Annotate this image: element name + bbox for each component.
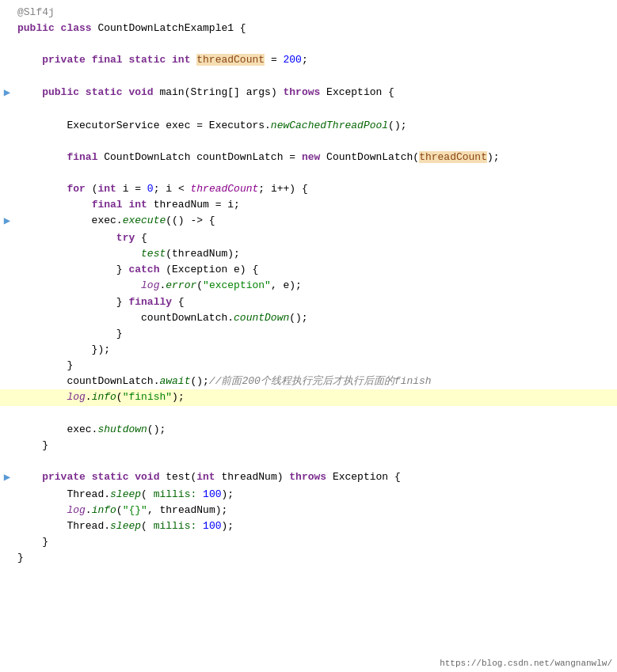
- line-test-decl: ▶ private static void test(int threadNum…: [0, 469, 617, 487]
- gutter-30: ▶: [0, 469, 14, 487]
- code-20: countDownLatch.countDown();: [14, 310, 617, 326]
- code-24: countDownLatch.await();//前面200个线程执行完后才执行…: [14, 374, 617, 389]
- line-lambda-close: });: [0, 342, 617, 358]
- line-try: try {: [0, 230, 617, 246]
- line-class-decl: public class CountDownLatchExample1 {: [0, 21, 617, 36]
- line-thread-sleep1: Thread.sleep( millis: 100);: [0, 487, 617, 503]
- line-test-close: }: [0, 534, 617, 550]
- line-class-close: }: [0, 550, 617, 566]
- code-b5: [14, 165, 617, 181]
- line-exec-execute: ▶ exec.execute(() -> {: [0, 213, 617, 230]
- line-countdown: countDownLatch.countDown();: [0, 310, 617, 326]
- line-blank-6: [0, 406, 617, 422]
- code-30: private static void test(int threadNum) …: [14, 469, 617, 485]
- code-18: log.error("exception", e);: [14, 278, 617, 294]
- line-blank-1: [0, 36, 617, 52]
- code-22: });: [14, 342, 617, 358]
- line-blank-4: [0, 134, 617, 150]
- line-final-int: final int threadNum = i;: [0, 197, 617, 213]
- line-finally: } finally {: [0, 294, 617, 310]
- line-blank-2: [0, 69, 617, 85]
- gutter-6: ▶: [0, 85, 14, 102]
- code-21: }: [14, 326, 617, 342]
- code-28: }: [14, 438, 617, 454]
- code-8: ExecutorService exec = Executors.newCach…: [14, 118, 617, 134]
- code-6: public static void main(String[] args) t…: [14, 85, 617, 101]
- line-main-decl: ▶ public static void main(String[] args)…: [0, 85, 617, 102]
- code-b1: [14, 36, 617, 52]
- line-blank-5: [0, 165, 617, 181]
- code-35: }: [14, 550, 617, 566]
- code-23: }: [14, 358, 617, 374]
- code-31: Thread.sleep( millis: 100);: [14, 487, 617, 503]
- code-33: Thread.sleep( millis: 100);: [14, 518, 617, 534]
- code-13: final int threadNum = i;: [14, 197, 617, 213]
- line-catch: } catch (Exception e) {: [0, 262, 617, 278]
- line-main-close: }: [0, 438, 617, 454]
- code-17: } catch (Exception e) {: [14, 262, 617, 278]
- gutter-14: ▶: [0, 213, 14, 230]
- code-b2: [14, 69, 617, 85]
- code-1: @Slf4j: [14, 5, 617, 21]
- line-exec-decl: ExecutorService exec = Executors.newCach…: [0, 118, 617, 134]
- code-4: private final static int threadCount = 2…: [14, 52, 617, 68]
- line-await: countDownLatch.await();//前面200个线程执行完后才执行…: [0, 374, 617, 389]
- code-14: exec.execute(() -> {: [14, 213, 617, 229]
- code-19: } finally {: [14, 294, 617, 310]
- code-15: try {: [14, 230, 617, 246]
- code-27: exec.shutdown();: [14, 422, 617, 438]
- line-blank-3: [0, 101, 617, 117]
- line-for-close: }: [0, 358, 617, 374]
- line-log-error: log.error("exception", e);: [0, 278, 617, 294]
- code-2: public class CountDownLatchExample1 {: [14, 21, 617, 36]
- line-log-info-num: log.info("{}", threadNum);: [0, 503, 617, 518]
- code-34: }: [14, 534, 617, 550]
- code-b4: [14, 134, 617, 150]
- code-b3: [14, 101, 617, 117]
- code-10: final CountDownLatch countDownLatch = ne…: [14, 150, 617, 165]
- line-close-brace-1: }: [0, 326, 617, 342]
- code-32: log.info("{}", threadNum);: [14, 503, 617, 518]
- line-latch-decl: final CountDownLatch countDownLatch = ne…: [0, 150, 617, 165]
- line-blank-7: [0, 454, 617, 469]
- line-test-call: test(threadNum);: [0, 246, 617, 262]
- line-exec-shutdown: exec.shutdown();: [0, 422, 617, 438]
- code-25: log.info("finish");: [14, 389, 617, 405]
- url-bar: https://blog.csdn.net/wangnanwlw/: [435, 655, 617, 672]
- code-b6: [14, 406, 617, 422]
- line-for: for (int i = 0; i < threadCount; i++) {: [0, 181, 617, 197]
- line-annotation: @Slf4j: [0, 5, 617, 21]
- line-field: private final static int threadCount = 2…: [0, 52, 617, 68]
- line-thread-sleep2: Thread.sleep( millis: 100);: [0, 518, 617, 534]
- code-b7: [14, 454, 617, 469]
- code-viewer: @Slf4j public class CountDownLatchExampl…: [0, 0, 617, 571]
- code-12: for (int i = 0; i < threadCount; i++) {: [14, 181, 617, 197]
- line-log-finish: log.info("finish");: [0, 389, 617, 405]
- code-16: test(threadNum);: [14, 246, 617, 262]
